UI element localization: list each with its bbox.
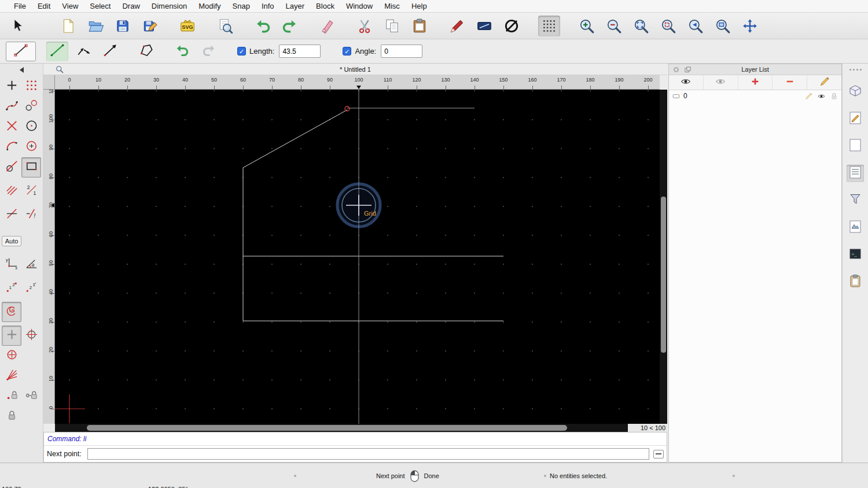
open-file-button[interactable] <box>84 16 106 36</box>
cross-line-tool-button[interactable] <box>2 205 21 225</box>
menu-file[interactable]: File <box>8 0 32 13</box>
line-normal-button[interactable] <box>46 42 68 61</box>
angle-alpha-tool-button[interactable]: a <box>21 254 41 275</box>
layer-edit-icon[interactable] <box>804 92 813 101</box>
command-line-panel-button[interactable]: >_ <box>847 246 864 264</box>
paste-button[interactable] <box>409 16 431 36</box>
point-plus-tool-button[interactable] <box>2 76 21 97</box>
remove-layer-button[interactable] <box>773 75 807 90</box>
named-views-panel-button[interactable] <box>847 219 864 236</box>
zoom-selected-button[interactable] <box>657 16 679 36</box>
angle-checkbox[interactable]: ✓ <box>343 47 351 56</box>
menu-block[interactable]: Block <box>310 0 340 13</box>
library-browser-panel-button[interactable] <box>847 273 864 291</box>
rect-tool-tool-button[interactable] <box>21 157 41 178</box>
menu-misc[interactable]: Misc <box>378 0 406 13</box>
pen-palette-panel-button[interactable] <box>847 110 864 128</box>
command-options-button[interactable] <box>653 450 664 459</box>
polyline-button[interactable] <box>135 42 157 61</box>
rays-tool-button[interactable] <box>2 366 21 386</box>
circle-tool-button[interactable] <box>21 117 41 137</box>
draft-mode-button[interactable] <box>501 16 523 36</box>
undo-button[interactable] <box>252 16 274 36</box>
menu-modify[interactable]: Modify <box>193 0 226 13</box>
horizontal-scrollbar-thumb[interactable] <box>87 425 567 431</box>
redo-segment-button[interactable] <box>198 42 220 61</box>
menu-layer[interactable]: Layer <box>280 0 311 13</box>
vertical-scrollbar[interactable] <box>660 90 667 432</box>
dim-text-tool-button[interactable]: 21 <box>21 181 41 201</box>
layer-lock-icon[interactable] <box>830 92 838 101</box>
length-checkbox[interactable]: ✓ <box>237 47 246 56</box>
vertical-scrollbar-thumb[interactable] <box>661 197 666 353</box>
angle-input[interactable] <box>381 45 422 58</box>
circle-2p-tool-button[interactable] <box>21 97 41 117</box>
menu-dimension[interactable]: Dimension <box>146 0 193 13</box>
circle-plus-tool-button[interactable] <box>2 346 21 366</box>
snap-auto-button[interactable]: Auto <box>2 236 22 246</box>
add-layer-button[interactable] <box>738 75 773 90</box>
menu-view[interactable]: View <box>56 0 84 13</box>
plus-gray-tool-button[interactable] <box>2 326 21 346</box>
spline-points-tool-button[interactable] <box>2 97 21 117</box>
edit-layer-button[interactable] <box>807 75 841 90</box>
new-document-button[interactable] <box>57 16 79 36</box>
layer-visibility-icon[interactable] <box>817 92 826 101</box>
drawing-canvas[interactable]: Grid <box>55 90 660 424</box>
tangent-line-tool-button[interactable] <box>2 157 21 178</box>
menu-window[interactable]: Window <box>340 0 378 13</box>
lock-zero-tool-button[interactable]: 0 <box>21 386 41 406</box>
crosshair-circle-tool-button[interactable] <box>21 326 41 346</box>
zoom-window-button[interactable] <box>712 16 734 36</box>
snap-lock-tool-button[interactable] <box>2 386 21 406</box>
menu-edit[interactable]: Edit <box>32 0 56 13</box>
eraser-button[interactable] <box>317 16 339 36</box>
menu-help[interactable]: Help <box>406 0 433 13</box>
cut-button[interactable] <box>354 16 376 36</box>
circle-center-tool-button[interactable] <box>21 137 41 157</box>
show-all-layers-button[interactable] <box>669 75 704 90</box>
snap-dist-21-tool-button[interactable]: 21 <box>21 278 41 298</box>
snap-spiral-tool-button[interactable] <box>2 302 21 322</box>
horizontal-scrollbar[interactable] <box>55 424 660 432</box>
copy-button[interactable] <box>381 16 403 36</box>
zoom-out-button[interactable] <box>603 16 625 36</box>
redo-button[interactable] <box>279 16 301 36</box>
menu-select[interactable]: Select <box>84 0 116 13</box>
point-grid-tool-button[interactable] <box>21 76 41 97</box>
zoom-previous-button[interactable] <box>685 16 707 36</box>
command-input[interactable] <box>87 448 649 460</box>
dock-drag-handle[interactable] <box>849 65 862 73</box>
zoom-pan-button[interactable] <box>739 16 761 36</box>
menu-draw[interactable]: Draw <box>116 0 145 13</box>
hatch-lines-tool-button[interactable] <box>2 181 21 201</box>
filter-panel-button[interactable] <box>847 192 864 209</box>
menu-snap[interactable]: Snap <box>227 0 256 13</box>
grid-toggle-button[interactable] <box>538 16 560 36</box>
layer-row[interactable]: 0 <box>669 90 841 102</box>
snap-middle-12-tool-button[interactable]: 12 <box>2 278 21 298</box>
pen-attributes-button[interactable] <box>446 16 468 36</box>
print-preview-button[interactable] <box>214 16 236 36</box>
ortho-yx-tool-button[interactable]: yx <box>2 254 21 275</box>
quick-info-panel-button[interactable] <box>847 138 864 155</box>
layer-list-panel-button[interactable] <box>847 165 864 182</box>
entity-attributes-button[interactable] <box>473 16 495 36</box>
save-as-button[interactable] <box>139 16 161 36</box>
arc-red-tool-button[interactable] <box>2 137 21 157</box>
block-list-panel-button[interactable] <box>847 83 864 101</box>
cross-x-tool-button[interactable] <box>2 117 21 137</box>
zoom-in-button[interactable] <box>576 16 598 36</box>
save-button[interactable] <box>112 16 134 36</box>
menu-info[interactable]: Info <box>256 0 280 13</box>
hide-all-layers-button[interactable] <box>704 75 738 90</box>
palette-collapse-button[interactable] <box>0 64 43 76</box>
length-input[interactable] <box>279 45 321 58</box>
line-angle-button[interactable] <box>73 42 95 61</box>
padlock-tool-button[interactable] <box>2 406 21 427</box>
svg-export-button[interactable]: SVG <box>176 16 198 36</box>
zoom-auto-button[interactable] <box>630 16 652 36</box>
line-arrow-button[interactable] <box>100 42 122 61</box>
undo-segment-button[interactable] <box>171 42 193 61</box>
select-cursor-button[interactable] <box>7 16 29 36</box>
